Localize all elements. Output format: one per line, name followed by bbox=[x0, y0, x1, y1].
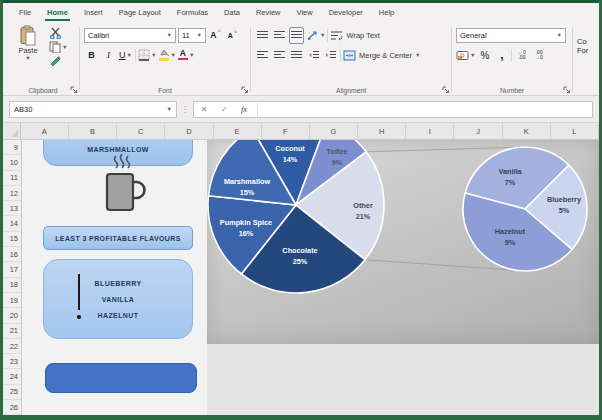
least-profitable-list-box[interactable]: BLUEBERRYVANILLAHAZELNUT bbox=[43, 259, 193, 339]
insert-function-icon[interactable]: fx bbox=[234, 104, 254, 114]
decrease-font-size-button[interactable]: A˅ bbox=[225, 27, 240, 44]
row-header-13[interactable]: 13 bbox=[3, 201, 21, 216]
row-header-23[interactable]: 23 bbox=[3, 354, 21, 369]
sheet-canvas[interactable]: Coconut14%Toffee9%Other21%Chocolate25%Pu… bbox=[22, 140, 599, 415]
borders-button[interactable]: ▼ bbox=[138, 47, 156, 64]
ribbon-tab-insert[interactable]: Insert bbox=[76, 3, 111, 22]
column-header-J[interactable]: J bbox=[454, 123, 502, 139]
enter-icon[interactable]: ✓ bbox=[214, 105, 234, 114]
borders-icon bbox=[138, 49, 150, 61]
row-header-21[interactable]: 21 bbox=[3, 324, 21, 339]
ribbon-tab-formulas[interactable]: Formulas bbox=[169, 3, 216, 22]
row-header-20[interactable]: 20 bbox=[3, 308, 21, 323]
cancel-icon[interactable]: ✕ bbox=[194, 105, 214, 114]
percent-style-button[interactable]: % bbox=[477, 47, 492, 64]
row-header-9[interactable]: 9 bbox=[3, 140, 21, 155]
format-painter-icon[interactable] bbox=[49, 55, 62, 67]
data-label-hazelnut: 9% bbox=[505, 238, 516, 247]
number-format-combo[interactable]: General▼ bbox=[456, 28, 566, 43]
row-header-19[interactable]: 19 bbox=[3, 293, 21, 308]
empty-cells-region[interactable] bbox=[207, 344, 599, 415]
clipboard-dialog-launcher-icon[interactable] bbox=[70, 86, 78, 94]
ribbon-tab-view[interactable]: View bbox=[289, 3, 321, 22]
align-left-button[interactable] bbox=[255, 47, 270, 64]
least-profitable-header-box[interactable]: LEAST 3 PROFITABLE FLAVOURS bbox=[43, 226, 193, 250]
align-top-button[interactable] bbox=[255, 27, 270, 44]
coffee-mug-icon[interactable] bbox=[96, 152, 146, 220]
column-header-C[interactable]: C bbox=[117, 123, 165, 139]
bold-button[interactable]: B bbox=[84, 47, 99, 64]
decrease-decimal-button[interactable]: .00→0 bbox=[531, 47, 546, 64]
fill-color-button[interactable]: ▼ bbox=[158, 47, 175, 64]
align-bottom-button[interactable] bbox=[289, 27, 304, 44]
data-label-toffee: Toffee bbox=[326, 147, 347, 156]
ribbon-tab-home[interactable]: Home bbox=[39, 3, 76, 22]
row-header-26[interactable]: 26 bbox=[3, 400, 21, 415]
column-header-K[interactable]: K bbox=[503, 123, 551, 139]
row-header-24[interactable]: 24 bbox=[3, 369, 21, 384]
row-header-18[interactable]: 18 bbox=[3, 278, 21, 293]
font-dialog-launcher-icon[interactable] bbox=[241, 86, 249, 94]
underline-button[interactable]: U▼ bbox=[118, 47, 133, 64]
row-header-12[interactable]: 12 bbox=[3, 186, 21, 201]
copy-caret-icon[interactable]: ▼ bbox=[62, 44, 67, 50]
row-header-16[interactable]: 16 bbox=[3, 247, 21, 262]
align-middle-button[interactable] bbox=[272, 27, 287, 44]
ribbon-tab-page-layout[interactable]: Page Layout bbox=[111, 3, 169, 22]
empty-blue-box[interactable] bbox=[45, 363, 197, 393]
column-header-H[interactable]: H bbox=[358, 123, 406, 139]
wrap-text-button[interactable]: Wrap Text bbox=[330, 27, 380, 44]
merge-center-button[interactable]: Merge & Center ▼ bbox=[343, 47, 420, 64]
font-color-button[interactable]: A▼ bbox=[178, 47, 194, 64]
name-box[interactable]: AB30 ▼ bbox=[9, 101, 177, 118]
name-box-caret-icon[interactable]: ▼ bbox=[167, 106, 172, 112]
comma-style-button[interactable]: , bbox=[494, 47, 509, 64]
row-header-25[interactable]: 25 bbox=[3, 385, 21, 400]
cut-icon[interactable] bbox=[49, 27, 62, 39]
paste-button[interactable]: Paste ▼ bbox=[11, 25, 45, 67]
increase-indent-button[interactable] bbox=[323, 47, 338, 64]
orientation-button[interactable]: ▼ bbox=[306, 27, 325, 44]
column-header-A[interactable]: A bbox=[21, 123, 69, 139]
row-header-11[interactable]: 11 bbox=[3, 171, 21, 186]
ribbon-tab-review[interactable]: Review bbox=[248, 3, 289, 22]
alignment-dialog-launcher-icon[interactable] bbox=[442, 86, 450, 94]
formula-bar-drag-handle[interactable]: ⋮ bbox=[181, 105, 189, 114]
column-header-L[interactable]: L bbox=[551, 123, 599, 139]
ribbon-tab-data[interactable]: Data bbox=[216, 3, 248, 22]
row-header-14[interactable]: 14 bbox=[3, 216, 21, 231]
row-header-15[interactable]: 15 bbox=[3, 232, 21, 247]
row-header-17[interactable]: 17 bbox=[3, 262, 21, 277]
column-header-D[interactable]: D bbox=[165, 123, 213, 139]
font-size-combo[interactable]: 11▼ bbox=[178, 28, 206, 43]
ribbon-tab-file[interactable]: File bbox=[11, 3, 39, 22]
accounting-format-button[interactable]: ▼ bbox=[456, 47, 475, 64]
increase-decimal-button[interactable]: ←0.00 bbox=[514, 47, 529, 64]
column-header-E[interactable]: E bbox=[214, 123, 262, 139]
increase-font-size-button[interactable]: A˄ bbox=[208, 27, 223, 44]
ribbon-tab-help[interactable]: Help bbox=[371, 3, 402, 22]
italic-button[interactable]: I bbox=[101, 47, 116, 64]
copy-icon[interactable] bbox=[49, 41, 61, 53]
ribbon-tab-developer[interactable]: Developer bbox=[321, 3, 371, 22]
paste-caret-icon[interactable]: ▼ bbox=[25, 55, 30, 61]
clipboard-group-label: Clipboard bbox=[7, 87, 79, 94]
column-header-B[interactable]: B bbox=[69, 123, 117, 139]
align-right-button[interactable] bbox=[289, 47, 304, 64]
font-name-combo[interactable]: Calibri▼ bbox=[84, 28, 176, 43]
select-all-corner[interactable] bbox=[3, 123, 21, 139]
pie-of-pie-chart[interactable]: Coconut14%Toffee9%Other21%Chocolate25%Pu… bbox=[207, 140, 599, 344]
column-header-I[interactable]: I bbox=[406, 123, 454, 139]
font-group: Calibri▼ 11▼ A˄ A˅ B I U▼ ▼ bbox=[80, 24, 250, 95]
column-header-G[interactable]: G bbox=[310, 123, 358, 139]
number-group: General▼ ▼ % , ←0.00 .00→0 Number bbox=[452, 24, 572, 95]
row-header-10[interactable]: 10 bbox=[3, 155, 21, 170]
list-item-flavour: HAZELNUT bbox=[44, 312, 192, 319]
formula-input[interactable] bbox=[261, 102, 592, 117]
number-dialog-launcher-icon[interactable] bbox=[563, 86, 571, 94]
align-center-button[interactable] bbox=[272, 47, 287, 64]
decrease-indent-button[interactable] bbox=[306, 47, 321, 64]
row-header-22[interactable]: 22 bbox=[3, 339, 21, 354]
conditional-formatting-label-truncated[interactable]: Co bbox=[577, 37, 589, 46]
column-header-F[interactable]: F bbox=[262, 123, 310, 139]
